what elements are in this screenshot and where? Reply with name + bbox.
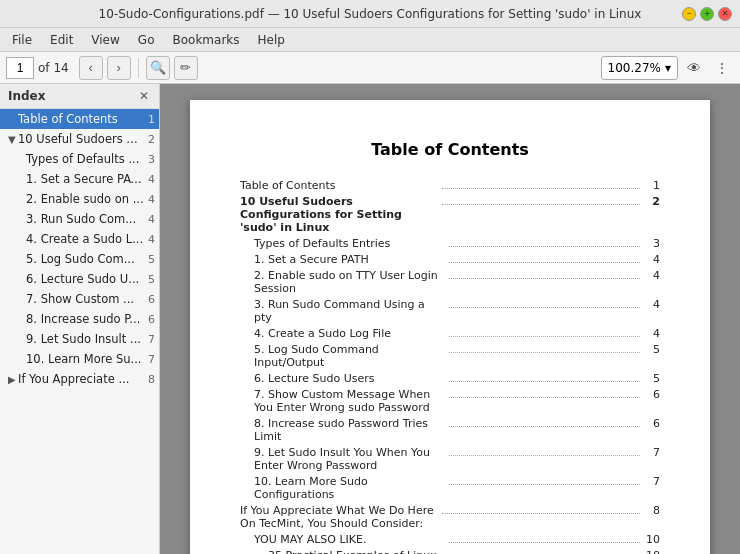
sidebar-item-7[interactable]: 7. Show Custom ... 6 — [0, 289, 159, 309]
toc-row[interactable]: YOU MAY ALSO LIKE.10 — [240, 533, 660, 546]
sidebar-item-num-9: 7 — [148, 333, 155, 346]
toc-table: Table of Contents110 Useful Sudoers Conf… — [240, 179, 660, 554]
toc-label: 5. Log Sudo Command Input/Output — [254, 343, 445, 369]
sidebar-item-8[interactable]: 8. Increase sudo P... 6 — [0, 309, 159, 329]
sidebar-item-num-toc: 1 — [148, 113, 155, 126]
sidebar-item-appreciate[interactable]: ▶ If You Appreciate ... 8 — [0, 369, 159, 389]
toc-page: 4 — [644, 269, 660, 282]
toc-page: 5 — [644, 372, 660, 385]
sidebar-item-5[interactable]: 5. Log Sudo Com... 5 — [0, 249, 159, 269]
toc-label: 4. Create a Sudo Log File — [254, 327, 445, 340]
toc-page: 3 — [644, 237, 660, 250]
sidebar-item-label-3: 3. Run Sudo Com... — [26, 212, 144, 226]
toc-label: 8. Increase sudo Password Tries Limit — [254, 417, 445, 443]
menu-help[interactable]: Help — [250, 31, 293, 49]
sidebar-item-4[interactable]: 4. Create a Sudo L... 4 — [0, 229, 159, 249]
menu-edit[interactable]: Edit — [42, 31, 81, 49]
sidebar-item-types[interactable]: Types of Defaults ... 3 — [0, 149, 159, 169]
toc-page: 4 — [644, 253, 660, 266]
sidebar-item-label-7: 7. Show Custom ... — [26, 292, 144, 306]
close-button[interactable]: ✕ — [718, 7, 732, 21]
page-number-input[interactable] — [6, 57, 34, 79]
zoom-dropdown-icon[interactable]: ▾ — [665, 61, 671, 75]
sidebar-item-label-toc: Table of Contents — [18, 112, 144, 126]
sidebar-item-1[interactable]: 1. Set a Secure PATH 4 — [0, 169, 159, 189]
menu-file[interactable]: File — [4, 31, 40, 49]
toc-dots — [449, 484, 640, 485]
toc-dots — [449, 397, 640, 398]
toc-row[interactable]: Types of Defaults Entries3 — [240, 237, 660, 250]
toc-row[interactable]: 9. Let Sudo Insult You When You Enter Wr… — [240, 446, 660, 472]
sidebar-item-main[interactable]: ▼ 10 Useful Sudoers C... 2 — [0, 129, 159, 149]
minimize-button[interactable]: – — [682, 7, 696, 21]
toc-row[interactable]: 5. Log Sudo Command Input/Output5 — [240, 343, 660, 369]
sidebar-item-3[interactable]: 3. Run Sudo Com... 4 — [0, 209, 159, 229]
toc-row[interactable]: 7. Show Custom Message When You Enter Wr… — [240, 388, 660, 414]
zoom-control: 100.27% ▾ — [601, 56, 678, 80]
sidebar-item-toc[interactable]: Table of Contents 1 — [0, 109, 159, 129]
sidebar-item-label-5: 5. Log Sudo Com... — [26, 252, 144, 266]
toc-label: 3. Run Sudo Command Using a pty — [254, 298, 445, 324]
sidebar-item-num-5: 5 — [148, 253, 155, 266]
menu-bookmarks[interactable]: Bookmarks — [164, 31, 247, 49]
zoom-level: 100.27% — [608, 61, 661, 75]
sidebar-item-label-9: 9. Let Sudo Insult ... — [26, 332, 144, 346]
search-button[interactable]: 🔍 — [146, 56, 170, 80]
sidebar-item-6[interactable]: 6. Lecture Sudo U... 5 — [0, 269, 159, 289]
toc-row[interactable]: 6. Lecture Sudo Users5 — [240, 372, 660, 385]
toc-page: 8 — [644, 504, 660, 517]
toc-page: 10 — [644, 549, 660, 554]
toc-label: Types of Defaults Entries — [254, 237, 445, 250]
toc-dots — [442, 188, 640, 189]
toc-row[interactable]: 4. Create a Sudo Log File4 — [240, 327, 660, 340]
sidebar-item-num-appreciate: 8 — [148, 373, 155, 386]
toc-label: 2. Enable sudo on TTY User Login Session — [254, 269, 445, 295]
toolbar: of 14 ‹ › 🔍 ✏ 100.27% ▾ 👁 ⋮ — [0, 52, 740, 84]
prev-page-button[interactable]: ‹ — [79, 56, 103, 80]
toc-label: If You Appreciate What We Do Here On Tec… — [240, 504, 438, 530]
menu-view[interactable]: View — [83, 31, 127, 49]
sidebar-close-button[interactable]: ✕ — [137, 89, 151, 103]
toc-dots — [449, 352, 640, 353]
sidebar-item-10[interactable]: 10. Learn More Su... 7 — [0, 349, 159, 369]
sidebar-item-label-4: 4. Create a Sudo L... — [26, 232, 144, 246]
toc-dots — [449, 381, 640, 382]
toc-row[interactable]: 3. Run Sudo Command Using a pty4 — [240, 298, 660, 324]
toc-row[interactable]: 10. Learn More Sudo Configurations7 — [240, 475, 660, 501]
window-controls: – + ✕ — [682, 7, 732, 21]
eye-button[interactable]: 👁 — [682, 56, 706, 80]
more-options-button[interactable]: ⋮ — [710, 56, 734, 80]
toc-row[interactable]: 35 Practical Examples of Linux Find Comm… — [240, 549, 660, 554]
menu-bar: File Edit View Go Bookmarks Help — [0, 28, 740, 52]
toc-label: 35 Practical Examples of Linux Find Comm… — [268, 549, 452, 554]
toc-page: 7 — [644, 475, 660, 488]
toc-dots — [449, 307, 640, 308]
maximize-button[interactable]: + — [700, 7, 714, 21]
toc-row[interactable]: If You Appreciate What We Do Here On Tec… — [240, 504, 660, 530]
annotate-button[interactable]: ✏ — [174, 56, 198, 80]
toc-page: 2 — [644, 195, 660, 208]
toc-dots — [449, 262, 640, 263]
toc-heading: Table of Contents — [240, 140, 660, 159]
toc-page: 4 — [644, 298, 660, 311]
toc-row[interactable]: 8. Increase sudo Password Tries Limit6 — [240, 417, 660, 443]
sidebar-item-num-7: 6 — [148, 293, 155, 306]
toc-row[interactable]: 2. Enable sudo on TTY User Login Session… — [240, 269, 660, 295]
next-page-button[interactable]: › — [107, 56, 131, 80]
sidebar-item-label-2: 2. Enable sudo on ... — [26, 192, 144, 206]
sidebar-item-num-8: 6 — [148, 313, 155, 326]
pdf-viewer[interactable]: Table of Contents Table of Contents110 U… — [160, 84, 740, 554]
toc-row[interactable]: Table of Contents1 — [240, 179, 660, 192]
toc-page: 4 — [644, 327, 660, 340]
expand-arrow-main: ▼ — [8, 134, 18, 145]
sidebar-item-num-6: 5 — [148, 273, 155, 286]
sidebar-item-num-3: 4 — [148, 213, 155, 226]
toc-row[interactable]: 10 Useful Sudoers Configurations for Set… — [240, 195, 660, 234]
menu-go[interactable]: Go — [130, 31, 163, 49]
toc-row[interactable]: 1. Set a Secure PATH4 — [240, 253, 660, 266]
sidebar-item-label-1: 1. Set a Secure PATH — [26, 172, 144, 186]
sidebar-item-2[interactable]: 2. Enable sudo on ... 4 — [0, 189, 159, 209]
sidebar-item-9[interactable]: 9. Let Sudo Insult ... 7 — [0, 329, 159, 349]
toc-page: 1 — [644, 179, 660, 192]
toc-dots — [449, 455, 640, 456]
